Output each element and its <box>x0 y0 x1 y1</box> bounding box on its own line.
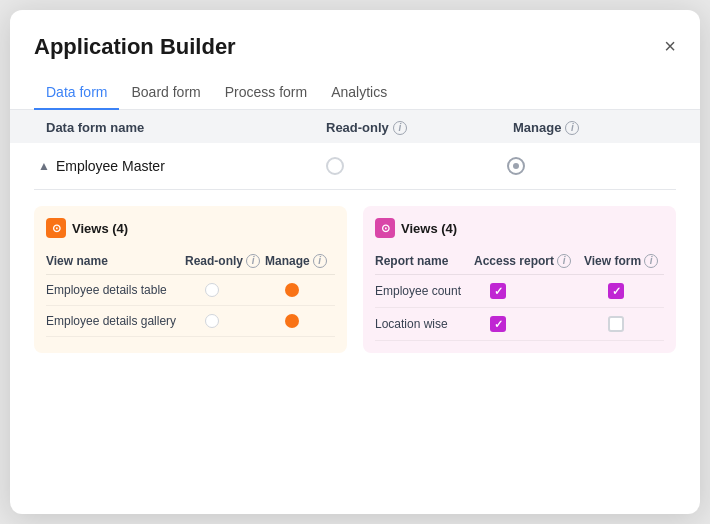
right-row-1: Employee count ✓ ✓ <box>375 275 664 308</box>
left-col-view-name: View name <box>46 254 185 268</box>
right-row-1-view-checkbox[interactable]: ✓ <box>608 283 624 299</box>
left-row-1-readonly <box>185 283 265 297</box>
employee-master-row: ▲ Employee Master <box>34 143 676 190</box>
readonly-info-icon: i <box>393 121 407 135</box>
left-row-1-manage-dot[interactable] <box>285 283 299 297</box>
modal-title: Application Builder <box>34 34 236 60</box>
left-row-1-manage <box>265 283 335 297</box>
tab-data-form[interactable]: Data form <box>34 76 119 110</box>
left-col-readonly: Read-only i <box>185 254 265 268</box>
right-panel-icon: ⊙ <box>375 218 395 238</box>
col-header-name: Data form name <box>46 120 326 135</box>
panels-container: ⊙ Views (4) View name Read-only i Manage… <box>34 206 676 353</box>
right-col-access: Access report i <box>474 254 584 268</box>
right-col-headers: Report name Access report i View form i <box>375 248 664 275</box>
right-row-1-name: Employee count <box>375 284 474 298</box>
left-manage-info-icon: i <box>313 254 327 268</box>
right-row-2: Location wise ✓ <box>375 308 664 341</box>
right-view-info-icon: i <box>644 254 658 268</box>
employee-manage-radio[interactable] <box>507 157 525 175</box>
close-button[interactable]: × <box>664 36 676 56</box>
tab-process-form[interactable]: Process form <box>213 76 319 110</box>
left-panel-header: ⊙ Views (4) <box>46 218 335 238</box>
right-row-2-view-checkbox[interactable] <box>608 316 624 332</box>
col-header-readonly: Read-only i <box>326 120 513 135</box>
right-panel-title: Views (4) <box>401 221 457 236</box>
right-access-info-icon: i <box>557 254 571 268</box>
left-row-2: Employee details gallery <box>46 306 335 337</box>
main-content: Data form name Read-only i Manage i ▲ Em… <box>10 110 700 377</box>
left-row-1: Employee details table <box>46 275 335 306</box>
application-builder-modal: Application Builder × Data form Board fo… <box>10 10 700 514</box>
left-views-panel: ⊙ Views (4) View name Read-only i Manage… <box>34 206 347 353</box>
right-row-2-access-checkbox[interactable]: ✓ <box>490 316 506 332</box>
right-row-2-access: ✓ <box>474 316 584 332</box>
left-panel-title: Views (4) <box>72 221 128 236</box>
employee-manage-cell <box>495 157 676 175</box>
manage-info-icon: i <box>565 121 579 135</box>
right-views-panel: ⊙ Views (4) Report name Access report i … <box>363 206 676 353</box>
left-col-manage: Manage i <box>265 254 335 268</box>
left-col-headers: View name Read-only i Manage i <box>46 248 335 275</box>
right-panel-header: ⊙ Views (4) <box>375 218 664 238</box>
left-row-1-name: Employee details table <box>46 283 185 297</box>
left-row-2-manage <box>265 314 335 328</box>
right-row-1-access: ✓ <box>474 283 584 299</box>
left-row-2-manage-dot[interactable] <box>285 314 299 328</box>
tab-board-form[interactable]: Board form <box>119 76 212 110</box>
employee-readonly-cell <box>314 157 495 175</box>
right-row-2-view <box>584 316 664 332</box>
left-row-2-readonly <box>185 314 265 328</box>
employee-readonly-radio[interactable] <box>326 157 344 175</box>
right-row-1-view: ✓ <box>584 283 664 299</box>
left-panel-icon: ⊙ <box>46 218 66 238</box>
tab-analytics[interactable]: Analytics <box>319 76 399 110</box>
right-col-report-name: Report name <box>375 254 474 268</box>
left-row-2-name: Employee details gallery <box>46 314 185 328</box>
right-row-1-access-checkbox[interactable]: ✓ <box>490 283 506 299</box>
column-headers: Data form name Read-only i Manage i <box>10 110 700 143</box>
col-header-manage: Manage i <box>513 120 700 135</box>
left-row-1-readonly-radio[interactable] <box>205 283 219 297</box>
right-row-2-name: Location wise <box>375 317 474 331</box>
tab-bar: Data form Board form Process form Analyt… <box>10 60 700 110</box>
modal-header: Application Builder × <box>10 10 700 60</box>
left-row-2-readonly-radio[interactable] <box>205 314 219 328</box>
employee-master-label: Employee Master <box>56 158 165 174</box>
left-readonly-info-icon: i <box>246 254 260 268</box>
right-col-view-form: View form i <box>584 254 664 268</box>
chevron-up-icon[interactable]: ▲ <box>38 159 50 173</box>
